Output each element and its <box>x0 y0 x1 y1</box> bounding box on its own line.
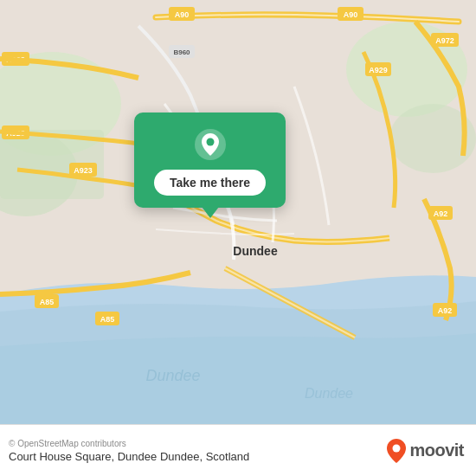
svg-text:A90: A90 <box>344 10 358 19</box>
svg-text:A92: A92 <box>438 306 453 315</box>
svg-text:Dundee: Dundee <box>145 367 200 384</box>
svg-text:B960: B960 <box>173 48 190 56</box>
svg-text:A972: A972 <box>435 36 454 45</box>
bottom-bar: © OpenStreetMap contributors Court House… <box>0 424 476 476</box>
svg-point-37 <box>393 444 401 452</box>
svg-text:A85: A85 <box>100 315 115 324</box>
location-popup[interactable]: Take me there <box>134 113 286 208</box>
copyright-text: © OpenStreetMap contributors <box>9 439 249 448</box>
svg-text:A85: A85 <box>40 298 55 306</box>
map-container: A90 A90 A972 A929 A92 A92 B960 A923 A923… <box>0 0 476 424</box>
svg-text:Dundee: Dundee <box>233 244 278 258</box>
bottom-left-info: © OpenStreetMap contributors Court House… <box>9 439 249 463</box>
svg-text:Dundee: Dundee <box>305 386 353 401</box>
take-me-there-button[interactable]: Take me there <box>154 170 266 196</box>
moovit-brand-text: moovit <box>409 441 464 460</box>
moovit-logo[interactable]: moovit <box>387 439 464 463</box>
svg-text:A923: A923 <box>74 166 93 175</box>
svg-text:A929: A929 <box>369 66 388 74</box>
map-background: A90 A90 A972 A929 A92 A92 B960 A923 A923… <box>0 0 476 424</box>
svg-text:A90: A90 <box>175 10 190 19</box>
location-pin-icon <box>194 128 227 161</box>
location-name-text: Court House Square, Dundee Dundee, Scotl… <box>9 450 249 463</box>
svg-point-36 <box>206 138 214 146</box>
svg-text:A92: A92 <box>434 209 448 218</box>
moovit-pin-icon <box>387 439 406 463</box>
